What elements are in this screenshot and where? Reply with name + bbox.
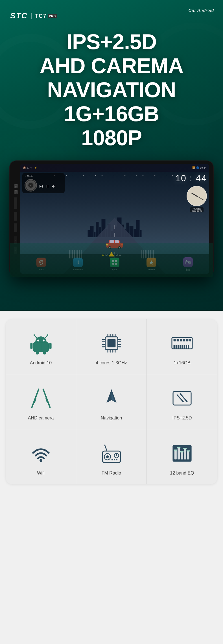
svg-rect-53 bbox=[183, 339, 185, 341]
nav-label: Navigation bbox=[101, 415, 122, 421]
svg-rect-84 bbox=[177, 447, 181, 448]
feature-ahd: AHD camera bbox=[6, 374, 76, 429]
music-disc: ● bbox=[25, 179, 37, 192]
svg-rect-57 bbox=[176, 345, 177, 349]
road-line-2 bbox=[114, 233, 115, 237]
features-section: Android 10 bbox=[0, 311, 223, 493]
hero-title: IPS+2.5D AHD CAREMA NAVIGATION 1G+16GB 1… bbox=[0, 30, 223, 150]
feature-chip: 4 cores 1.3GHz bbox=[76, 319, 147, 374]
features-card: Android 10 bbox=[6, 319, 217, 484]
svg-rect-61 bbox=[184, 345, 185, 349]
hero-section: Car Android STC | TC7PRO IPS+2.5D AHD CA… bbox=[0, 0, 223, 311]
topbar-left-icons: 🏠□☆⚡ bbox=[23, 166, 37, 169]
prev-button[interactable]: ⏮ bbox=[39, 184, 43, 188]
svg-rect-63 bbox=[188, 345, 189, 349]
ahd-camera-icon bbox=[28, 386, 54, 411]
svg-line-66 bbox=[180, 394, 187, 402]
music-widget: ♪ Music ● ⏮ ⏸ ⏭ bbox=[22, 173, 65, 193]
svg-rect-52 bbox=[180, 339, 182, 341]
left-vent bbox=[69, 249, 82, 260]
svg-rect-28 bbox=[36, 351, 39, 354]
dash-vents: ◻ ◻ ◻ ◻ bbox=[10, 243, 213, 260]
svg-rect-74 bbox=[112, 459, 113, 460]
svg-point-24 bbox=[37, 340, 39, 341]
road-line-1 bbox=[114, 225, 115, 229]
chip-icon bbox=[99, 330, 124, 356]
svg-rect-27 bbox=[49, 343, 51, 349]
ram-icon bbox=[169, 330, 195, 356]
fm-radio-icon bbox=[99, 441, 124, 466]
screen-topbar: 🏠□☆⚡ 📶 🔵 10:44 bbox=[20, 164, 209, 172]
ram-label: 1+16GB bbox=[174, 360, 190, 365]
svg-rect-58 bbox=[178, 345, 179, 349]
time-big: 10 : 44 bbox=[175, 173, 207, 184]
svg-rect-60 bbox=[182, 345, 183, 349]
topbar-right-icons: 📶 🔵 10:44 bbox=[192, 166, 206, 169]
svg-point-70 bbox=[106, 455, 109, 458]
wifi-label: Wifi bbox=[37, 471, 45, 476]
clock-widget: Thursday 2020-12-31 bbox=[187, 186, 207, 206]
svg-rect-86 bbox=[183, 448, 187, 449]
svg-point-67 bbox=[40, 459, 42, 462]
brand-logo: STC | TC7PRO bbox=[10, 11, 57, 20]
svg-rect-79 bbox=[178, 447, 180, 459]
svg-rect-64 bbox=[173, 391, 191, 405]
brand-stc-text: STC bbox=[10, 11, 28, 20]
svg-rect-83 bbox=[174, 449, 177, 451]
svg-rect-32 bbox=[107, 339, 115, 347]
fm-label: FM Radio bbox=[102, 471, 121, 476]
svg-rect-81 bbox=[184, 448, 186, 460]
svg-rect-87 bbox=[186, 451, 190, 452]
clock-date: Thursday 2020-12-31 bbox=[190, 207, 204, 212]
hazard-button[interactable] bbox=[109, 252, 114, 256]
svg-rect-55 bbox=[189, 339, 191, 341]
features-grid: Android 10 bbox=[6, 319, 217, 484]
svg-point-22 bbox=[47, 334, 48, 336]
car-android-label: Car Android bbox=[189, 8, 214, 13]
eq-icon bbox=[169, 441, 195, 466]
dash-control-button[interactable]: ◻ bbox=[102, 253, 104, 256]
clock-minute-hand bbox=[197, 196, 204, 200]
music-controls[interactable]: ⏮ ⏸ ⏭ bbox=[39, 184, 56, 188]
svg-line-21 bbox=[45, 336, 47, 338]
svg-rect-59 bbox=[180, 345, 181, 349]
svg-rect-80 bbox=[181, 452, 183, 459]
feature-nav: Navigation bbox=[76, 374, 147, 429]
svg-rect-62 bbox=[186, 345, 187, 349]
android-icon bbox=[28, 330, 54, 356]
svg-rect-68 bbox=[102, 451, 121, 462]
clock-center-dot bbox=[196, 195, 197, 197]
dashboard-panel: ◻ ◻ ◻ ◻ bbox=[10, 243, 213, 277]
svg-rect-78 bbox=[174, 450, 177, 460]
ips-icon bbox=[169, 386, 195, 411]
dash-control-3[interactable]: ◻ bbox=[115, 253, 118, 256]
next-button[interactable]: ⏭ bbox=[52, 184, 56, 188]
mic-button[interactable]: MIC bbox=[14, 184, 18, 188]
feature-wifi: Wifi bbox=[6, 429, 76, 484]
svg-rect-29 bbox=[43, 351, 46, 354]
feature-eq: 12 band EQ bbox=[147, 429, 217, 484]
play-button[interactable]: ⏸ bbox=[45, 184, 49, 188]
svg-point-25 bbox=[43, 340, 44, 341]
dash-control-4[interactable]: ◻ bbox=[119, 253, 121, 256]
chip-label: 4 cores 1.3GHz bbox=[96, 360, 127, 365]
wifi-icon bbox=[28, 441, 54, 466]
svg-line-19 bbox=[34, 336, 37, 338]
svg-rect-75 bbox=[114, 459, 115, 460]
ahd-label: AHD camera bbox=[28, 415, 54, 421]
feature-ram: 1+16GB bbox=[147, 319, 217, 374]
svg-point-20 bbox=[33, 334, 35, 336]
android-label: Android 10 bbox=[30, 360, 52, 365]
feature-android: Android 10 bbox=[6, 319, 76, 374]
svg-rect-56 bbox=[174, 345, 175, 349]
brand-model-text: TC7PRO bbox=[35, 13, 57, 19]
clock-face bbox=[187, 186, 207, 206]
brand-divider: | bbox=[30, 12, 32, 19]
svg-rect-50 bbox=[174, 339, 176, 341]
ips-label: IPS+2.5D bbox=[172, 415, 192, 421]
svg-line-73 bbox=[105, 445, 107, 451]
right-vent bbox=[141, 249, 154, 260]
svg-rect-51 bbox=[177, 339, 179, 341]
dash-control-2[interactable]: ◻ bbox=[105, 253, 108, 256]
rst-button[interactable]: RST bbox=[14, 190, 18, 194]
